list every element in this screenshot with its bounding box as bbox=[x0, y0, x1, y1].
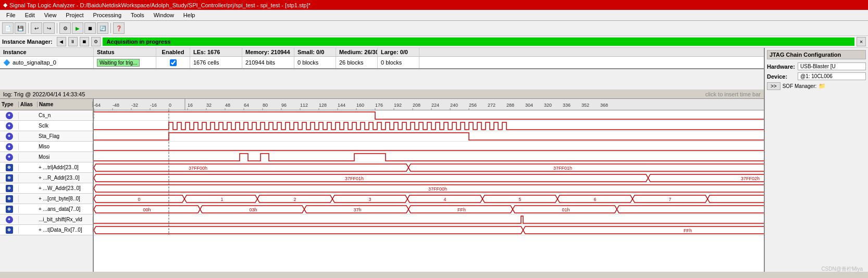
signal-row-rx-vld[interactable]: ✦ ...i_bit_shift|Rx_vld bbox=[0, 214, 93, 225]
signal-row-sclk[interactable]: ✦ Sclk bbox=[0, 121, 93, 131]
wave-w-addr-svg: 37FF00h bbox=[94, 183, 764, 193]
signal-row-miso[interactable]: ✦ Miso bbox=[0, 142, 93, 152]
menu-tools[interactable]: Tools bbox=[127, 11, 148, 19]
svg-text:272: 272 bbox=[488, 103, 495, 108]
click-hint[interactable]: click to insert time bar bbox=[705, 91, 761, 97]
help-button[interactable]: ❓ bbox=[113, 22, 125, 34]
instance-manager-bar: Instance Manager: ◀ ⏸ ⏹ ⚙ Acquisition in… bbox=[0, 36, 868, 48]
signal-row-mosi[interactable]: ✦ Mosi bbox=[0, 152, 93, 162]
name-data-rx: + ...t|Data_Rx[7..0] bbox=[38, 227, 93, 233]
refresh-button[interactable]: 🔄 bbox=[97, 22, 108, 34]
name-w-addr: + ...W_Addr[23..0] bbox=[38, 185, 93, 191]
svg-marker-86 bbox=[708, 195, 764, 203]
svg-text:112: 112 bbox=[300, 103, 308, 108]
svg-text:-48: -48 bbox=[113, 103, 119, 108]
menu-project[interactable]: Project bbox=[61, 11, 88, 19]
sof-button[interactable]: >> bbox=[767, 82, 780, 90]
new-button[interactable]: 📄 bbox=[2, 22, 14, 34]
type-icon-ctrl-addr: ⊕ bbox=[0, 164, 19, 171]
header-enabled: Enabled bbox=[156, 48, 190, 56]
wave-ans-data-svg: 00h 03h 37h FFh 01h bbox=[94, 204, 764, 214]
signal-waveform-area: log: Trig @ 2022/04/14 14:33:45 click to… bbox=[0, 90, 764, 272]
svg-text:352: 352 bbox=[581, 103, 589, 108]
svg-marker-104 bbox=[94, 226, 523, 234]
separator-2 bbox=[57, 23, 57, 33]
signal-row-ans-data[interactable]: ⊕ + ...ans_data[7..0] bbox=[0, 204, 93, 214]
run-button[interactable]: ▶ bbox=[72, 22, 83, 34]
wave-sta_flag bbox=[94, 131, 764, 142]
name-mosi: Mosi bbox=[38, 154, 93, 160]
svg-text:48: 48 bbox=[225, 103, 230, 108]
ruler[interactable]: -64 -48 -32 -16 0 16 32 48 64 80 96 bbox=[94, 99, 764, 110]
menu-window[interactable]: Window bbox=[150, 11, 178, 19]
wave-r-addr-svg: 37FF01h 37FF02h bbox=[94, 173, 764, 183]
svg-text:4: 4 bbox=[443, 197, 446, 202]
signal-row-cnt-byte[interactable]: ⊕ + ...[cnt_byte[8..0] bbox=[0, 194, 93, 204]
svg-text:37h: 37h bbox=[353, 207, 361, 212]
svg-text:03h: 03h bbox=[249, 207, 257, 212]
header-name: Name bbox=[38, 102, 93, 107]
svg-text:2: 2 bbox=[293, 197, 296, 202]
type-icon-w-addr: ⊕ bbox=[0, 185, 19, 192]
im-btn-1[interactable]: ◀ bbox=[57, 37, 66, 46]
sof-file-icon[interactable]: 📁 bbox=[819, 83, 826, 90]
waveform-display[interactable]: -64 -48 -32 -16 0 16 32 48 64 80 96 bbox=[94, 99, 764, 272]
menu-processing[interactable]: Processing bbox=[89, 11, 126, 19]
enabled-checkbox[interactable] bbox=[170, 59, 177, 66]
svg-text:304: 304 bbox=[525, 103, 533, 108]
undo-button[interactable]: ↩ bbox=[31, 22, 42, 34]
im-btn-3[interactable]: ⏹ bbox=[80, 37, 89, 46]
jtag-device-label: Device: bbox=[767, 73, 796, 80]
jtag-hardware-label: Hardware: bbox=[767, 64, 796, 70]
svg-text:1: 1 bbox=[220, 197, 223, 202]
menu-file[interactable]: File bbox=[2, 11, 20, 19]
jtag-hardware-value: USB-Blaster [U bbox=[798, 62, 866, 70]
wave-rx-vld bbox=[94, 214, 764, 225]
type-icon-sclk: ✦ bbox=[0, 122, 19, 130]
jtag-sof-row: >> SOF Manager: 📁 bbox=[767, 82, 866, 90]
name-ans-data: + ...ans_data[7..0] bbox=[38, 206, 93, 212]
svg-text:37FF01h: 37FF01h bbox=[345, 176, 364, 181]
type-icon-miso: ✦ bbox=[0, 143, 19, 150]
stop-button[interactable]: ⏹ bbox=[84, 22, 96, 34]
compile-button[interactable]: ⚙ bbox=[59, 22, 71, 34]
type-icon-r-addr: ⊕ bbox=[0, 174, 19, 182]
signal-row-r-addr[interactable]: ⊕ + ...R_Addr[23..0] bbox=[0, 173, 93, 183]
title-bar: ◆ Signal Tap Logic Analyzer - D:/BaiduNe… bbox=[0, 0, 868, 10]
svg-text:240: 240 bbox=[450, 103, 458, 108]
log-text: log: Trig @ 2022/04/14 14:33:45 bbox=[3, 91, 85, 97]
svg-marker-62 bbox=[94, 174, 648, 182]
instance-data-row[interactable]: 🔷 auto_signaltap_0 Waiting for trig... 1… bbox=[0, 57, 764, 68]
jtag-hardware-row: Hardware: USB-Blaster [U bbox=[767, 62, 866, 70]
redo-button[interactable]: ↪ bbox=[43, 22, 55, 34]
im-btn-4[interactable]: ⚙ bbox=[91, 37, 101, 46]
svg-text:64: 64 bbox=[244, 103, 249, 108]
svg-text:-32: -32 bbox=[131, 103, 138, 108]
signal-row-ctrl-addr[interactable]: ⊕ + ...trl|Addr[23..0] bbox=[0, 162, 93, 173]
wave-ans-data: 00h 03h 37h FFh 01h bbox=[94, 204, 764, 214]
name-ctrl-addr: + ...trl|Addr[23..0] bbox=[38, 165, 93, 170]
svg-text:160: 160 bbox=[356, 103, 364, 108]
im-btn-2[interactable]: ⏸ bbox=[68, 37, 78, 46]
close-button[interactable]: × bbox=[857, 37, 866, 46]
wave-mosi-svg bbox=[94, 152, 764, 162]
signal-row-w-addr[interactable]: ⊕ + ...W_Addr[23..0] bbox=[0, 183, 93, 194]
signal-row-sta_flag[interactable]: ✦ Sta_Flag bbox=[0, 131, 93, 142]
instance-manager-label: Instance Manager: bbox=[2, 39, 53, 45]
menu-help[interactable]: Help bbox=[179, 11, 200, 19]
svg-text:-64: -64 bbox=[94, 103, 101, 108]
wave-miso-svg bbox=[94, 142, 764, 151]
svg-text:368: 368 bbox=[600, 103, 608, 108]
svg-text:0: 0 bbox=[169, 103, 171, 108]
signal-header-row: Type Alias Name bbox=[0, 99, 93, 110]
menu-edit[interactable]: Edit bbox=[21, 11, 39, 19]
log-bar: log: Trig @ 2022/04/14 14:33:45 click to… bbox=[0, 90, 764, 99]
signal-row-cs_n[interactable]: ✦ Cs_n bbox=[0, 110, 93, 121]
signal-row-data-rx[interactable]: ⊕ + ...t|Data_Rx[7..0] bbox=[0, 225, 93, 235]
menu-view[interactable]: View bbox=[40, 11, 61, 19]
wave-data-rx-svg: FFh bbox=[94, 225, 764, 235]
save-button[interactable]: 💾 bbox=[15, 22, 26, 34]
header-large: Large: 0/0 bbox=[378, 48, 419, 56]
wave-rx-vld-svg bbox=[94, 214, 764, 224]
svg-text:0: 0 bbox=[138, 197, 140, 202]
